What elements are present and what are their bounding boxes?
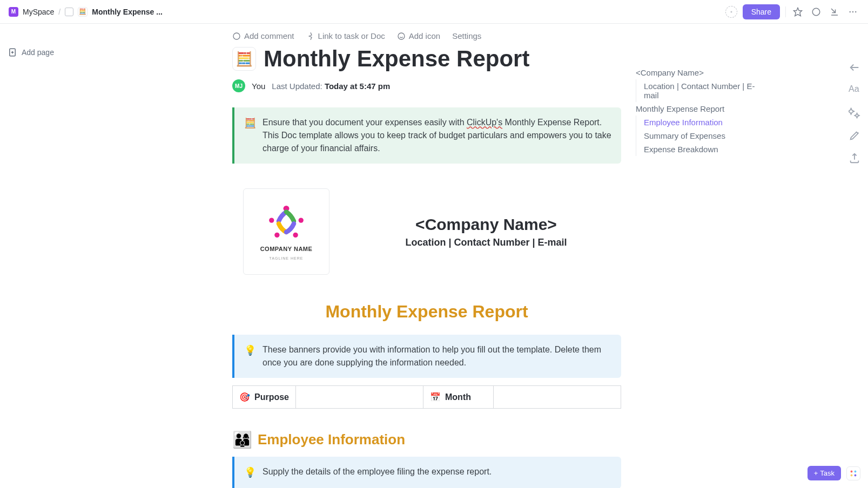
more-icon[interactable] bbox=[846, 5, 859, 18]
new-task-button[interactable]: + Task bbox=[808, 466, 841, 480]
comment-bubble-icon bbox=[232, 32, 241, 40]
link-task-label: Link to task or Doc bbox=[318, 31, 385, 40]
purpose-label: Purpose bbox=[254, 392, 289, 402]
svg-point-13 bbox=[293, 232, 298, 237]
svg-point-3 bbox=[850, 11, 851, 12]
svg-point-0 bbox=[730, 11, 732, 12]
svg-marker-1 bbox=[794, 8, 802, 16]
breadcrumb: M MySpace / 🧮 Monthly Expense ... bbox=[9, 7, 163, 17]
svg-point-4 bbox=[852, 11, 853, 12]
breadcrumb-space[interactable]: MySpace bbox=[23, 8, 54, 16]
magic-icon[interactable] bbox=[849, 107, 860, 119]
document-outline: <Company Name> Location | Contact Number… bbox=[636, 66, 760, 156]
employee-tip-callout: 💡 Supply the details of the employee fil… bbox=[232, 457, 621, 488]
export-icon[interactable] bbox=[849, 152, 860, 164]
intro-callout: 🧮 Ensure that you document your expenses… bbox=[232, 107, 621, 164]
table-row: 🎯 Purpose 📅 Month bbox=[233, 386, 621, 409]
doc-toolbar: Add comment Link to task or Doc Add icon… bbox=[232, 31, 621, 40]
right-rail: Aa bbox=[849, 62, 860, 164]
company-text: <Company Name> Location | Contact Number… bbox=[351, 215, 621, 248]
apps-button[interactable] bbox=[846, 466, 860, 480]
svg-point-11 bbox=[299, 218, 304, 222]
add-icon-label: Add icon bbox=[409, 31, 440, 40]
smiley-icon bbox=[397, 32, 406, 40]
intro-text: Ensure that you document your expenses e… bbox=[263, 116, 611, 155]
report-section-title: Monthly Expense Report bbox=[232, 302, 621, 322]
svg-point-2 bbox=[812, 8, 820, 16]
company-sub[interactable]: Location | Contact Number | E-mail bbox=[351, 237, 621, 248]
company-name[interactable]: <Company Name> bbox=[351, 215, 621, 234]
document-body: Add comment Link to task or Doc Add icon… bbox=[232, 31, 621, 488]
bulb-icon: 💡 bbox=[244, 343, 256, 369]
clickup-link[interactable]: ClickUp's bbox=[467, 118, 502, 127]
add-page-button[interactable]: Add page bbox=[8, 48, 54, 57]
updated-value: Today at 5:47 pm bbox=[325, 82, 390, 91]
people-emoji-icon: 👨‍👩‍👦 bbox=[232, 430, 252, 449]
outline-item[interactable]: Location | Contact Number | E-mail bbox=[636, 79, 760, 102]
company-logo[interactable]: COMPANY NAME TAGLINE HERE bbox=[243, 188, 329, 275]
outline-item[interactable]: Summary of Expenses bbox=[636, 129, 760, 143]
task-label: Task bbox=[820, 469, 835, 477]
company-block: COMPANY NAME TAGLINE HERE <Company Name>… bbox=[232, 188, 621, 275]
logo-tagline: TAGLINE HERE bbox=[270, 256, 304, 260]
outline-item[interactable]: Monthly Expense Report bbox=[636, 102, 760, 116]
svg-point-10 bbox=[269, 218, 274, 222]
settings-label: Settings bbox=[452, 31, 481, 40]
outline-item[interactable]: Employee Information bbox=[636, 116, 760, 129]
download-icon[interactable] bbox=[828, 5, 841, 18]
page-title[interactable]: Monthly Expense Report bbox=[264, 46, 529, 72]
purpose-label-cell: 🎯 Purpose bbox=[233, 386, 296, 409]
add-icon-button[interactable]: Add icon bbox=[397, 31, 440, 40]
purpose-month-table: 🎯 Purpose 📅 Month bbox=[232, 385, 621, 409]
add-comment-button[interactable]: Add comment bbox=[232, 31, 294, 40]
svg-point-5 bbox=[855, 11, 856, 12]
bulb-icon: 💡 bbox=[244, 465, 256, 480]
topbar: M MySpace / 🧮 Monthly Expense ... Share bbox=[0, 0, 868, 24]
abacus-icon: 🧮 bbox=[78, 7, 88, 17]
font-icon[interactable]: Aa bbox=[849, 84, 860, 96]
outline-item[interactable]: <Company Name> bbox=[636, 66, 760, 79]
divider bbox=[785, 6, 786, 17]
intro-pre: Ensure that you document your expenses e… bbox=[263, 118, 467, 127]
banner-tip-text: These banners provide you with informati… bbox=[263, 343, 611, 369]
avatar[interactable]: MJ bbox=[232, 79, 245, 92]
svg-point-15 bbox=[854, 471, 857, 473]
byline: MJ You Last Updated: Today at 5:47 pm bbox=[232, 79, 621, 92]
logo-graphic-icon bbox=[265, 204, 308, 241]
favorite-icon[interactable] bbox=[791, 5, 804, 18]
logo-name: COMPANY NAME bbox=[260, 246, 313, 252]
banner-tip-callout: 💡 These banners provide you with informa… bbox=[232, 335, 621, 378]
updated-text: Last Updated: Today at 5:47 pm bbox=[272, 82, 390, 91]
focus-mode-icon[interactable] bbox=[725, 6, 737, 18]
month-value-cell[interactable] bbox=[494, 386, 621, 409]
svg-point-16 bbox=[851, 475, 853, 477]
link-icon bbox=[306, 32, 315, 40]
breadcrumb-sep: / bbox=[58, 8, 60, 16]
svg-point-12 bbox=[274, 232, 279, 237]
abacus-emoji-icon: 🧮 bbox=[244, 116, 256, 155]
edit-icon[interactable] bbox=[849, 130, 860, 141]
employee-title-text: Employee Information bbox=[258, 431, 405, 448]
breadcrumb-doc[interactable]: Monthly Expense ... bbox=[92, 8, 163, 16]
purpose-value-cell[interactable] bbox=[296, 386, 423, 409]
month-label-cell: 📅 Month bbox=[423, 386, 494, 409]
share-button[interactable]: Share bbox=[743, 4, 780, 19]
add-comment-label: Add comment bbox=[244, 31, 294, 40]
outline-item[interactable]: Expense Breakdown bbox=[636, 143, 760, 156]
settings-button[interactable]: Settings bbox=[452, 31, 481, 40]
plus-icon: + bbox=[814, 469, 818, 477]
collapse-icon[interactable] bbox=[849, 62, 860, 73]
employee-section-title: 👨‍👩‍👦 Employee Information bbox=[232, 430, 621, 449]
author-label: You bbox=[252, 82, 265, 91]
space-icon[interactable]: M bbox=[9, 7, 18, 17]
svg-point-8 bbox=[398, 33, 405, 39]
svg-point-14 bbox=[851, 471, 853, 473]
doc-title-row: 🧮 Monthly Expense Report bbox=[232, 46, 621, 72]
comment-icon[interactable] bbox=[810, 5, 823, 18]
calendar-icon: 📅 bbox=[430, 392, 441, 402]
link-task-button[interactable]: Link to task or Doc bbox=[306, 31, 385, 40]
doc-icon bbox=[65, 8, 73, 16]
add-page-icon bbox=[8, 48, 17, 57]
doc-emoji-icon[interactable]: 🧮 bbox=[232, 47, 256, 71]
add-page-label: Add page bbox=[22, 48, 54, 57]
